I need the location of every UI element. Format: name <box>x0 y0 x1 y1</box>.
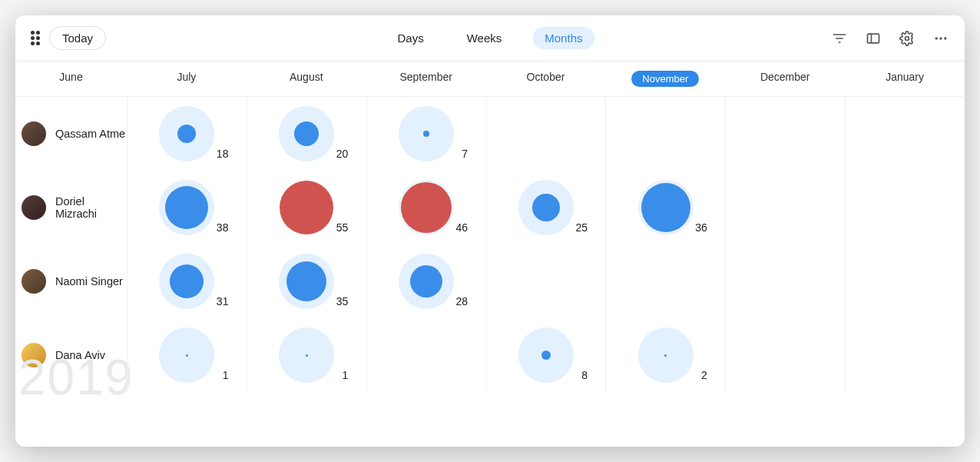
data-cell[interactable]: 2 <box>605 318 725 392</box>
bubble[interactable]: 31 <box>159 254 214 309</box>
data-cell[interactable]: 20 <box>247 97 366 171</box>
data-cell[interactable] <box>845 97 965 171</box>
bubble-count: 8 <box>581 369 588 381</box>
avatar[interactable] <box>22 195 46 220</box>
tab-weeks[interactable]: Weeks <box>455 27 515 49</box>
data-cell[interactable] <box>725 171 845 244</box>
data-cell[interactable]: 31 <box>127 244 247 318</box>
view-tabs: Days Weeks Months <box>386 27 595 49</box>
data-cell[interactable]: 28 <box>366 244 486 318</box>
bubble[interactable]: 36 <box>638 180 694 235</box>
bubble-core <box>401 182 452 233</box>
data-cell[interactable] <box>725 318 845 392</box>
year-watermark: 2019 <box>18 349 134 406</box>
month-header-september[interactable]: September <box>366 61 486 96</box>
data-cell[interactable]: 35 <box>247 244 366 318</box>
bubble-core <box>280 181 333 234</box>
month-header-october[interactable]: October <box>486 61 606 96</box>
data-cell[interactable] <box>845 244 965 318</box>
person-name: Doriel Mizrachi <box>55 195 127 220</box>
bubble[interactable]: 1 <box>159 327 214 383</box>
row-label[interactable]: Qassam Atme <box>15 97 127 171</box>
month-header-december[interactable]: December <box>725 61 845 96</box>
data-row: Naomi Singer313528 <box>15 244 965 318</box>
bubble[interactable]: 18 <box>159 106 214 161</box>
tab-days[interactable]: Days <box>386 27 436 49</box>
bubble-core <box>286 261 326 301</box>
bubble-count: 38 <box>217 221 229 234</box>
person-name: Naomi Singer <box>55 275 123 288</box>
bubble-core <box>410 265 442 297</box>
data-cell[interactable]: 18 <box>127 97 247 171</box>
month-header-july[interactable]: July <box>127 61 247 96</box>
bubble[interactable]: 25 <box>518 180 574 235</box>
bubble-core <box>306 354 308 357</box>
data-cell[interactable]: 55 <box>247 171 366 244</box>
bubble[interactable]: 55 <box>279 180 334 235</box>
bubble[interactable]: 8 <box>518 327 574 383</box>
bubble[interactable]: 35 <box>279 254 334 309</box>
more-icon[interactable] <box>932 30 949 47</box>
bubble[interactable]: 38 <box>159 180 214 235</box>
data-cell[interactable]: 7 <box>366 97 486 171</box>
row-label[interactable]: Naomi Singer <box>15 244 127 318</box>
svg-point-6 <box>935 37 938 39</box>
data-cell[interactable] <box>725 244 845 318</box>
data-cell[interactable]: 25 <box>486 171 606 244</box>
bubble-count: 1 <box>223 369 229 381</box>
panel-icon[interactable] <box>865 30 882 47</box>
bubble-count: 2 <box>701 369 707 381</box>
bubble-core <box>641 183 690 232</box>
data-cell[interactable] <box>366 318 486 392</box>
month-header-june[interactable]: June <box>15 61 127 96</box>
data-cell[interactable] <box>845 318 965 392</box>
bubble-count: 20 <box>336 148 349 160</box>
data-cell[interactable] <box>605 97 725 171</box>
month-header-november[interactable]: November <box>605 61 725 96</box>
data-cell[interactable]: 36 <box>605 171 725 244</box>
bubble-core <box>541 351 551 360</box>
bubble[interactable]: 28 <box>399 254 454 309</box>
bubble[interactable]: 7 <box>399 106 454 161</box>
data-cell[interactable] <box>486 97 606 171</box>
avatar[interactable] <box>22 121 46 146</box>
bubble[interactable]: 46 <box>399 180 454 235</box>
bubble-count: 55 <box>336 221 349 234</box>
data-row: Doriel Mizrachi3855462536 <box>15 171 965 244</box>
month-header-january[interactable]: January <box>845 61 965 96</box>
bubble[interactable]: 2 <box>638 327 694 383</box>
bubble[interactable]: 1 <box>279 327 334 383</box>
gear-icon[interactable] <box>899 30 915 47</box>
data-grid: 2019 Qassam Atme18207Doriel Mizrachi3855… <box>15 97 965 392</box>
tab-months[interactable]: Months <box>532 27 594 49</box>
filter-icon[interactable] <box>831 30 848 47</box>
avatar[interactable] <box>22 269 46 294</box>
row-label[interactable]: Doriel Mizrachi <box>15 171 127 244</box>
data-cell[interactable] <box>486 244 606 318</box>
bubble-count: 46 <box>456 221 468 234</box>
svg-rect-3 <box>868 34 879 43</box>
data-cell[interactable] <box>845 171 965 244</box>
bubble-count: 28 <box>456 295 468 307</box>
data-row: Dana Aviv1182 <box>15 318 965 392</box>
data-cell[interactable] <box>725 97 845 171</box>
bubble-count: 25 <box>575 221 588 234</box>
bubble-count: 36 <box>695 221 707 234</box>
data-cell[interactable]: 8 <box>486 318 606 392</box>
data-row: Qassam Atme18207 <box>15 97 965 171</box>
today-button[interactable]: Today <box>49 26 106 50</box>
bubble-count: 1 <box>342 369 348 381</box>
bubble[interactable]: 20 <box>279 106 334 161</box>
month-header-august[interactable]: August <box>247 61 366 96</box>
data-cell[interactable]: 1 <box>247 318 366 392</box>
svg-point-7 <box>939 37 942 39</box>
grip-icon[interactable] <box>31 31 40 45</box>
bubble-core <box>532 194 560 221</box>
data-cell[interactable]: 38 <box>127 171 247 244</box>
data-cell[interactable]: 1 <box>127 318 247 392</box>
data-cell[interactable] <box>605 244 725 318</box>
bubble-count: 18 <box>217 148 229 160</box>
bubble-count: 7 <box>462 148 468 160</box>
data-cell[interactable]: 46 <box>366 171 486 244</box>
selected-month-pill[interactable]: November <box>631 71 699 87</box>
